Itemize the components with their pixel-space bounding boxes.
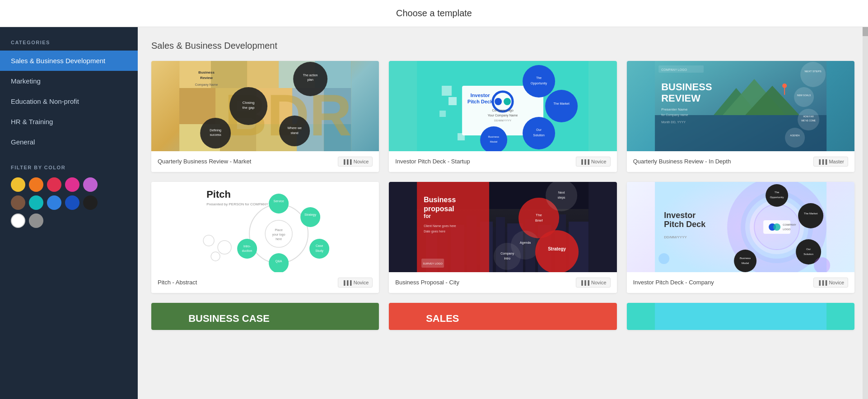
svg-text:Company: Company [501,252,514,255]
svg-text:The: The [775,191,779,194]
color-brown[interactable] [11,195,25,210]
svg-text:BUSINESS CASE: BUSINESS CASE [188,313,270,324]
badge-master: ▐▐▐ Master [813,157,848,167]
svg-text:duction: duction [242,249,252,252]
sidebar-item-marketing[interactable]: Marketing [0,71,138,91]
svg-text:steps: steps [558,196,565,200]
svg-text:Presented by PERSON for COMPAN: Presented by PERSON for COMPANY [206,202,268,206]
svg-point-42 [523,65,555,97]
template-thumb-business-case: BUSINESS CASE [151,303,379,330]
template-name: Investor Pitch Deck - Startup [395,158,470,166]
bar-chart-icon: ▐▐▐ [580,159,589,164]
svg-text:for: for [424,213,431,219]
template-card-investor-pitch[interactable]: Company Logo Your Company Name DD/MM/YYY… [389,61,616,172]
bar-chart-icon: ▐▐▐ [342,159,351,164]
svg-text:Review: Review [200,76,213,80]
badge-novice: ▐▐▐ Novice [576,278,611,288]
svg-text:Our: Our [806,248,811,251]
template-thumb-proposal: Business proposal for Client Name goes h… [389,182,616,272]
svg-text:Company Name: Company Name [195,83,218,87]
svg-point-97 [237,239,257,259]
svg-point-45 [545,90,578,122]
template-footer-investor-company: Investor Pitch Deck - Company ▐▐▐ Novice [627,272,854,293]
svg-point-145 [798,203,823,228]
svg-text:Company Logo: Company Logo [492,109,514,112]
svg-rect-6 [179,88,215,124]
template-card-pitch-abstract[interactable]: Pitch Presented by PERSON for COMPANY Pl… [151,182,379,293]
svg-rect-56 [457,133,465,140]
template-card-business-case[interactable]: BUSINESS CASE [151,303,379,330]
color-orange[interactable] [29,177,43,192]
svg-text:Case: Case [316,244,323,247]
template-card-business-proposal[interactable]: Business proposal for Client Name goes h… [389,182,616,293]
template-thumb-extra [627,303,854,330]
svg-point-47 [523,117,555,149]
svg-text:Next: Next [558,191,565,194]
svg-text:the gap: the gap [243,106,255,110]
svg-text:Client Name goes here: Client Name goes here [424,224,456,228]
svg-text:Date goes here: Date goes here [424,230,445,233]
content-area: Sales & Business Development [138,27,868,399]
color-filter-grid [0,177,138,228]
template-name: Quarterly Business Review - In Depth [633,158,731,166]
template-footer-pitch: Pitch - Abstract ▐▐▐ Novice [151,272,379,293]
svg-text:success: success [210,133,222,136]
color-gray[interactable] [29,213,43,228]
svg-text:COMPANY LOGO: COMPANY LOGO [661,68,687,71]
svg-text:plan: plan [308,78,313,82]
svg-text:Intro-: Intro- [243,245,251,248]
color-teal[interactable] [29,195,43,210]
template-card-investor-company[interactable]: The Opportunity The Market Our Solution … [627,182,854,293]
template-card-sales[interactable]: SALES [389,303,616,330]
template-card-extra[interactable] [627,303,854,330]
svg-point-62 [800,62,826,87]
template-footer-proposal: Business Proposal - City ▐▐▐ Novice [389,272,616,293]
svg-text:Business: Business [198,70,215,74]
svg-point-95 [269,253,289,272]
template-footer-qbr-indepth: Quarterly Business Review - In Depth ▐▐▐… [627,151,854,172]
svg-text:Study: Study [315,249,323,253]
color-purple[interactable] [83,177,98,192]
template-name: Investor Pitch Deck - Company [633,278,714,287]
color-dark-blue[interactable] [65,195,79,210]
badge-novice: ▐▐▐ Novice [338,157,373,167]
template-footer-qbr-market: Quarterly Business Review - Market ▐▐▐ N… [151,151,379,172]
badge-novice: ▐▐▐ Novice [813,278,848,288]
sidebar-item-hr[interactable]: HR & Training [0,111,138,132]
color-white[interactable] [11,213,25,228]
svg-point-26 [279,116,310,146]
svg-text:HOW FAR: HOW FAR [803,115,814,118]
sidebar-item-education[interactable]: Education & Non-profit [0,91,138,111]
svg-text:The: The [536,213,542,217]
svg-point-150 [734,250,756,272]
svg-point-90 [300,207,320,227]
color-black[interactable] [83,195,98,210]
svg-text:Brief: Brief [535,218,543,223]
svg-text:Where we: Where we [287,126,302,130]
svg-text:DD/MM/YYYY: DD/MM/YYYY [494,119,511,122]
svg-text:Solution: Solution [803,253,813,255]
color-blue[interactable] [47,195,61,210]
svg-point-35 [495,98,502,105]
svg-text:AGENDA: AGENDA [790,134,800,137]
template-name: Business Proposal - City [395,278,459,287]
template-card-qbr-market[interactable]: BDR The action plan Closing the gap Defi… [151,61,379,172]
svg-text:Opportunity: Opportunity [770,196,784,199]
color-pink[interactable] [65,177,79,192]
svg-point-142 [765,184,788,207]
template-card-qbr-indepth[interactable]: NEXT STEPS NEW GOALS HOW FAR WE'VE COME … [627,61,854,172]
color-red[interactable] [47,177,61,192]
svg-text:NEXT STEPS: NEXT STEPS [804,70,821,73]
svg-rect-54 [439,111,446,117]
color-yellow[interactable] [11,177,25,192]
template-thumb-pitch: Pitch Presented by PERSON for COMPANY Pl… [151,182,379,272]
page-title: Choose a template [396,8,472,19]
svg-text:Service: Service [273,200,284,203]
app-header: Choose a template [0,0,868,27]
sidebar-item-sales[interactable]: Sales & Business Development [0,51,138,71]
svg-text:REVIEW: REVIEW [661,93,700,104]
sidebar-item-general[interactable]: General [0,132,138,152]
svg-point-88 [269,194,289,213]
svg-text:SALES: SALES [426,313,459,324]
svg-text:here: here [275,237,282,241]
